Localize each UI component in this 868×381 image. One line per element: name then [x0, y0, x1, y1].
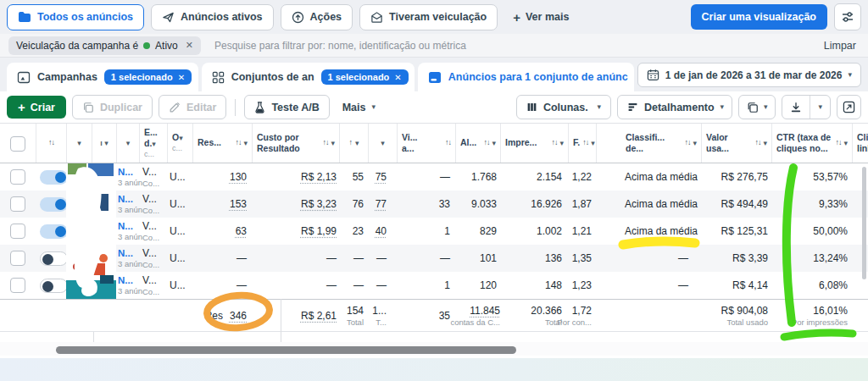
table-row[interactable]: N...3 anún V...Co... U... 63 R$ 1,99 23 … — [0, 218, 868, 245]
column-header-reach[interactable]: Al... ↑↓▾ — [455, 124, 500, 163]
row-checkbox[interactable] — [10, 224, 25, 239]
cost-per-result-cell[interactable]: R$ 3,23 — [252, 190, 337, 218]
more-button[interactable]: Mais ▾ — [336, 102, 382, 113]
column-header-name[interactable]: ı ▾ — [92, 124, 116, 163]
column-header-a[interactable]: ↑▾ — [339, 124, 368, 163]
table-row[interactable]: N...3 anún V...Co... U... 153 R$ 3,23 76… — [0, 190, 868, 218]
sort-icon[interactable]: ↑↓ — [48, 138, 54, 147]
close-icon[interactable]: ✕ — [178, 73, 185, 82]
horizontal-scrollbar-thumb[interactable] — [56, 346, 516, 354]
campaigns-selected-badge[interactable]: 1 selecionado ✕ — [104, 69, 192, 85]
ad-name-cell[interactable]: N...3 anún — [118, 245, 142, 272]
clear-filters-button[interactable]: Limpar — [824, 40, 856, 52]
table-row[interactable]: N...3 anún V...Co... U... 130 R$ 2,13 55… — [0, 163, 868, 190]
table-row[interactable]: N...3 anún V...Co... U... — — — — — 101 … — [0, 245, 868, 272]
sort-icon[interactable]: ↑↓ — [835, 138, 841, 147]
vertical-scrollbar-thumb[interactable] — [862, 167, 866, 279]
metric-b-cell[interactable]: 77 — [359, 190, 387, 218]
tab-actions[interactable]: Ações — [281, 4, 353, 30]
tab-adsets[interactable]: Conjuntos de an 1 selecionado ✕ — [202, 63, 415, 91]
sort-icon[interactable]: ↑↓ — [551, 138, 557, 147]
amount-spent-cell: R$ 3,39 — [701, 245, 768, 272]
sort-icon[interactable]: ↑↓ — [445, 138, 451, 147]
ad-name-cell[interactable]: N...3 anún — [118, 190, 142, 218]
column-header-amount-spent[interactable]: Valorusa... ↑↓▾ — [701, 124, 771, 163]
column-header-cost-per-result[interactable]: Custo porResultado ↑↓▾ — [252, 124, 339, 163]
export-button[interactable]: ▾ — [782, 95, 831, 119]
sort-icon[interactable]: ↑ — [348, 138, 352, 147]
remove-filter-icon[interactable]: ✕ — [186, 40, 193, 51]
close-icon[interactable]: ✕ — [394, 73, 401, 82]
ab-test-button[interactable]: Teste A/B — [244, 95, 329, 119]
create-view-button[interactable]: Criar uma visualização — [691, 4, 827, 30]
results-cell[interactable]: 153 — [192, 190, 247, 218]
budget-cell: U... — [170, 245, 195, 272]
column-header-video[interactable]: Vi...a... ↑↓ — [397, 124, 455, 163]
column-header-delivery[interactable]: E...d.▾c... — [139, 124, 167, 163]
row-checkbox[interactable] — [10, 196, 25, 212]
ad-name-cell[interactable]: N...3 anún — [118, 218, 142, 245]
cost-per-result-cell[interactable]: R$ 1,99 — [252, 218, 337, 245]
table-row[interactable]: N...3 anún V...Co... U... — — — — 1 120 … — [0, 272, 868, 299]
tab-ads[interactable]: Anúncios para 1 conjunto de anúnc — [418, 63, 634, 91]
create-button[interactable]: + Criar — [7, 96, 66, 119]
row-checkbox[interactable] — [10, 278, 25, 293]
reports-button[interactable]: ▾ — [738, 95, 776, 119]
ad-status-toggle[interactable] — [40, 170, 68, 185]
column-header-b[interactable]: ▾ — [368, 124, 397, 163]
column-header-frequency[interactable]: F. ↑↓▾ — [568, 124, 596, 163]
search-input[interactable] — [213, 39, 824, 52]
tab-active-ads[interactable]: Anúncios ativos — [151, 4, 274, 30]
column-header-toggle[interactable]: ↑↓ — [36, 124, 66, 163]
column-header-thumbnail[interactable]: ▾ — [66, 124, 92, 163]
column-header-budget[interactable]: O▾c... — [167, 124, 192, 163]
results-cell: — — [192, 272, 247, 299]
ad-status-toggle[interactable] — [40, 279, 68, 293]
column-header-impressions[interactable]: Impre... ↑↓▾ — [500, 124, 568, 163]
column-header-quality-ranking[interactable]: Classifi...de... ↑↓▾ — [596, 124, 701, 163]
column-header-misc[interactable]: ▾ — [116, 124, 139, 163]
column-header-results[interactable]: Res... ↑↓▾ — [192, 124, 252, 163]
sort-icon[interactable]: ↑↓ — [483, 138, 489, 147]
sort-icon[interactable]: ↑↓ — [322, 138, 328, 147]
download-segment[interactable] — [782, 96, 810, 119]
tab-had-delivery[interactable]: Tiveram veiculação — [359, 4, 498, 30]
row-checkbox[interactable] — [10, 169, 25, 185]
column-header-ctr[interactable]: CTR (taxa decliques no... ↑↓▾ — [771, 124, 852, 163]
date-range-picker[interactable]: 1 de jan de 2026 a 31 de mar de 2026 ▾ — [637, 63, 861, 87]
adsets-selected-badge[interactable]: 1 selecionado ✕ — [321, 69, 409, 85]
tab-campaigns[interactable]: Campanhas 1 selecionado ✕ — [7, 63, 198, 91]
sort-icon[interactable]: ↑↓ — [684, 138, 690, 147]
ad-name-cell[interactable]: N...3 anún — [118, 163, 142, 190]
breakdown-button[interactable]: Detalhamento ▾ — [617, 95, 732, 119]
filters-settings-button[interactable] — [834, 3, 861, 30]
results-cell[interactable]: 130 — [192, 163, 247, 190]
ver-mais-button[interactable]: + Ver mais — [513, 11, 569, 24]
metric-b-cell[interactable]: 40 — [359, 218, 387, 245]
row-checkbox[interactable] — [10, 251, 25, 266]
ad-status-toggle[interactable] — [40, 251, 68, 266]
column-header-link-clicks[interactable]: Cliqlink — [852, 124, 868, 163]
filter-chip-campaign-delivery[interactable]: Veiculação da campanha é Ativo ✕ — [8, 36, 201, 55]
columns-button[interactable]: Colunas. ▾ — [516, 95, 611, 119]
horizontal-scrollbar[interactable] — [0, 342, 868, 356]
sort-icon[interactable]: ↑↓ — [235, 138, 241, 147]
totals-reach[interactable]: 11.845contas da C... — [437, 300, 500, 331]
sort-icon[interactable]: ↑↓ — [754, 138, 760, 147]
edit-button[interactable]: Editar — [159, 95, 226, 119]
tab-all-ads[interactable]: Todos os anúncios — [7, 4, 144, 30]
sort-icon[interactable]: ↑↓ — [582, 138, 588, 147]
open-charts-button[interactable] — [837, 95, 861, 119]
select-all-checkbox[interactable] — [10, 136, 25, 152]
ad-status-toggle[interactable] — [40, 224, 68, 239]
export-options-segment[interactable]: ▾ — [810, 96, 830, 119]
cost-per-result-cell[interactable]: R$ 2,13 — [252, 163, 337, 190]
totals-cost-per-result[interactable]: R$ 2,61 — [252, 300, 337, 331]
ad-name-cell[interactable]: N...3 anún — [118, 272, 142, 299]
ad-status-toggle[interactable] — [40, 197, 68, 212]
chevron-down-icon: ▾ — [179, 134, 183, 142]
metric-b-cell[interactable]: 75 — [359, 163, 387, 190]
duplicate-button[interactable]: Duplicar — [72, 95, 153, 119]
results-cell[interactable]: 63 — [192, 218, 247, 245]
totals-results[interactable]: 346 — [192, 300, 247, 331]
